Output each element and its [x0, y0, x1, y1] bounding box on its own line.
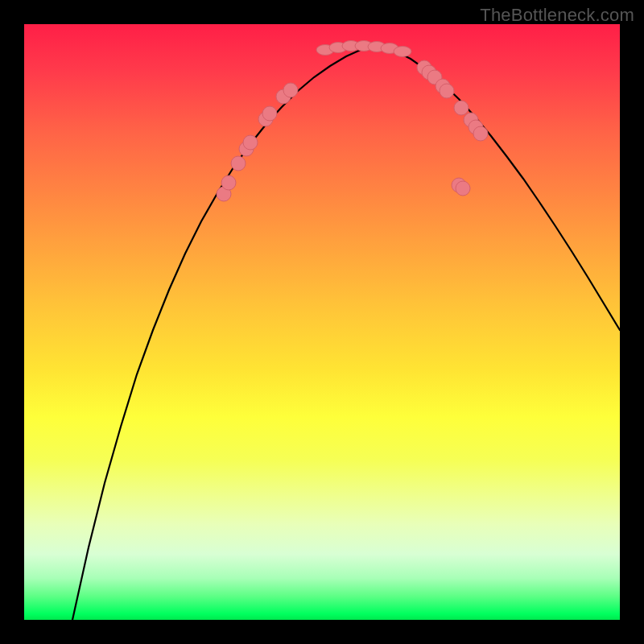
curve-svg: [24, 24, 620, 620]
bottleneck-curve: [72, 47, 620, 620]
marker-flat: [394, 47, 411, 57]
watermark-text: TheBottleneck.com: [480, 5, 634, 26]
marker-dot: [262, 106, 277, 121]
plot-area: [24, 24, 620, 620]
marker-dot: [440, 84, 454, 98]
markers-right: [417, 60, 488, 196]
marker-dot: [283, 83, 298, 97]
marker-dot: [473, 126, 488, 141]
marker-dot: [454, 101, 469, 115]
marker-dot: [456, 181, 470, 196]
marker-dot: [221, 175, 236, 190]
markers-bottom: [316, 41, 411, 57]
chart-frame: TheBottleneck.com: [0, 0, 644, 644]
markers-left: [217, 83, 298, 201]
marker-dot: [243, 135, 258, 150]
marker-dot: [231, 156, 246, 171]
